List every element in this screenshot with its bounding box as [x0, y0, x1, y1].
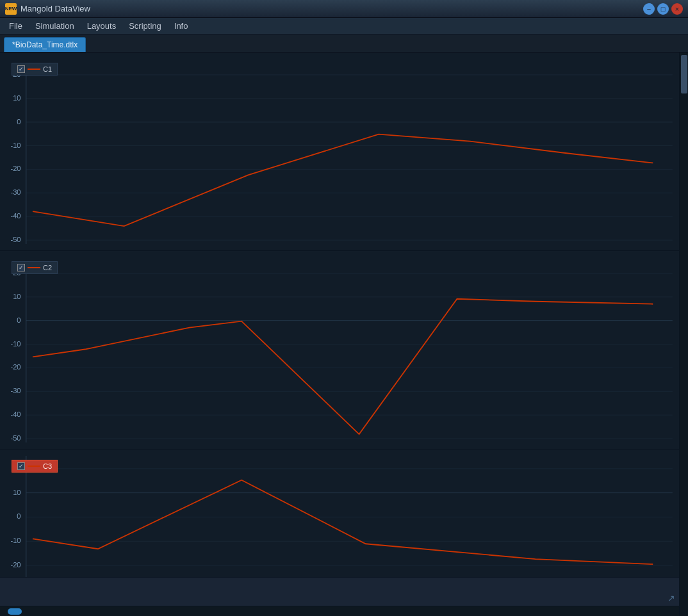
svg-text:10: 10 [13, 489, 20, 496]
svg-text:-40: -40 [10, 410, 20, 418]
app-logo: NEW [5, 3, 17, 15]
h-scrollbar[interactable] [0, 606, 679, 616]
legend-label-c1: C1 [43, 65, 52, 73]
svg-text:-20: -20 [10, 364, 20, 371]
svg-text:-20: -20 [10, 561, 20, 569]
svg-text:-10: -10 [10, 537, 20, 544]
svg-text:-30: -30 [10, 188, 20, 196]
menu-layouts[interactable]: Layouts [81, 20, 123, 32]
menu-file[interactable]: File [3, 20, 29, 32]
legend-label-c2: C2 [43, 264, 52, 272]
maximize-button[interactable]: □ [657, 3, 669, 15]
tab-bar: *BioData_Time.dtlx [0, 35, 688, 53]
chart-svg-c3: 20 10 0 -10 -20 [0, 450, 679, 577]
svg-text:10: 10 [13, 94, 20, 102]
legend-checkbox-c3[interactable] [17, 462, 25, 470]
legend-c3: C3 [12, 460, 58, 473]
menu-bar: File Simulation Layouts Scripting Info [0, 18, 688, 35]
svg-text:0: 0 [17, 513, 20, 521]
title-bar: NEW Mangold DataView − □ × [0, 0, 688, 18]
v-scroll-thumb[interactable] [681, 55, 687, 93]
legend-line-c2 [28, 267, 40, 268]
h-scroll-thumb[interactable] [8, 608, 22, 615]
svg-text:-30: -30 [10, 387, 20, 394]
menu-scripting[interactable]: Scripting [122, 20, 168, 32]
svg-text:0: 0 [17, 118, 20, 126]
menu-simulation[interactable]: Simulation [29, 20, 81, 32]
legend-label-c3: C3 [43, 462, 52, 470]
status-icon: ↗ [668, 593, 675, 603]
svg-text:-20: -20 [10, 165, 20, 173]
title-text: Mangold DataView [20, 4, 643, 13]
legend-line-c3 [28, 466, 40, 467]
svg-text:-50: -50 [10, 434, 20, 442]
legend-c1: C1 [12, 63, 58, 76]
svg-text:-10: -10 [10, 340, 20, 348]
charts-area: C1 20 10 0 [0, 53, 679, 616]
chart-svg-c2: 20 10 0 -10 -20 -30 -40 -50 [0, 251, 679, 449]
main-content: C1 20 10 0 [0, 53, 688, 616]
svg-text:-10: -10 [10, 142, 20, 149]
v-scrollbar[interactable] [679, 53, 688, 616]
close-button[interactable]: × [671, 3, 683, 15]
tab-biodata[interactable]: *BioData_Time.dtlx [4, 37, 86, 52]
chart-panel-c2: C2 20 10 0 [0, 251, 679, 450]
menu-info[interactable]: Info [168, 20, 195, 32]
minimize-button[interactable]: − [643, 3, 655, 15]
chart-svg-c1: 20 10 0 -10 -20 -30 -40 -50 [0, 53, 679, 250]
svg-text:-40: -40 [10, 212, 20, 220]
legend-checkbox-c2[interactable] [17, 264, 25, 272]
chart-panel-c1: C1 20 10 0 [0, 53, 679, 251]
status-bar: ↗ [668, 593, 675, 603]
legend-line-c1 [28, 69, 40, 70]
legend-c2: C2 [12, 261, 58, 274]
legend-checkbox-c1[interactable] [17, 65, 25, 73]
svg-text:0: 0 [17, 316, 20, 324]
svg-text:-50: -50 [10, 236, 20, 243]
svg-text:10: 10 [13, 293, 20, 300]
chart-panel-c3: C3 20 10 0 -10 -20 [0, 450, 679, 578]
logo-text: NEW [5, 6, 17, 12]
window-controls: − □ × [643, 3, 683, 15]
charts-scroll[interactable]: C1 20 10 0 [0, 53, 679, 606]
